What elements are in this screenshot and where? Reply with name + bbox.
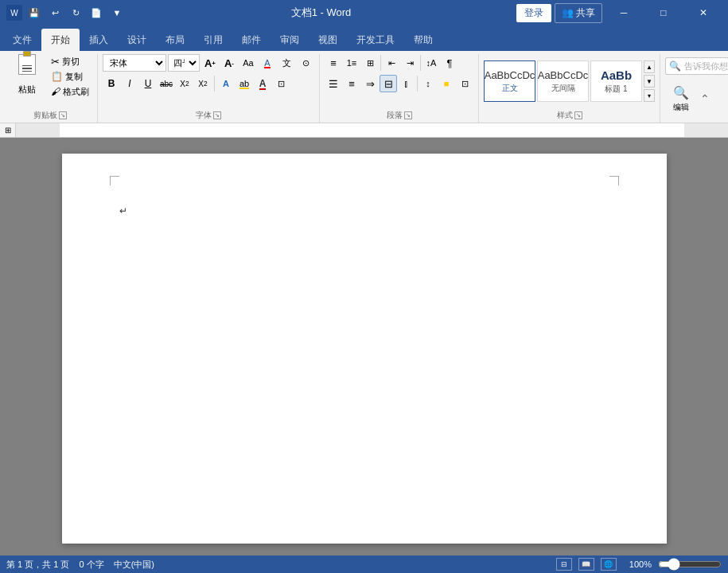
clipboard-expand-button[interactable]: ↘ (59, 111, 67, 119)
tab-insert[interactable]: 插入 (80, 29, 118, 51)
save-qat-button[interactable]: 💾 (25, 4, 43, 21)
font-size-select[interactable]: 四号 (168, 54, 200, 72)
para-row-1: ≡ 1≡ ⊞ ⇤ ⇥ ↕A ¶ (325, 54, 458, 72)
styles-expand-button[interactable]: ▾ (644, 89, 655, 102)
sort-button[interactable]: ↕A (422, 54, 440, 72)
align-left-button[interactable]: ☰ (325, 75, 342, 92)
multilevel-list-button[interactable]: ⊞ (361, 54, 379, 72)
bullet-list-button[interactable]: ≡ (325, 54, 342, 72)
print-layout-view-button[interactable]: ⊟ (556, 558, 572, 571)
undo-qat-button[interactable]: ↩ (46, 4, 64, 21)
tab-help[interactable]: 帮助 (404, 29, 442, 51)
font-grow-button[interactable]: A+ (201, 54, 219, 72)
tab-design[interactable]: 设计 (118, 29, 156, 51)
title-bar-center: 文档1 - Word (291, 6, 352, 20)
decrease-indent-button[interactable]: ⇤ (383, 54, 400, 72)
login-button[interactable]: 登录 (516, 4, 551, 22)
styles-scroll: ▲ ▼ ▾ (644, 60, 655, 102)
paste-button[interactable]: 粘贴 (8, 54, 46, 96)
subscript-button[interactable]: X2 (176, 75, 193, 92)
share-button[interactable]: 👥 共享 (555, 3, 602, 23)
line-spacing-button[interactable]: ↕ (419, 75, 437, 92)
style-normal[interactable]: AaBbCcDc 正文 (484, 60, 535, 102)
tab-review[interactable]: 审阅 (271, 29, 309, 51)
strikethrough-button[interactable]: abc (158, 75, 175, 92)
increase-indent-button[interactable]: ⇥ (401, 54, 419, 72)
font-group-label: 字体 ↘ (103, 110, 314, 121)
open-qat-button[interactable]: 📄 (88, 4, 105, 21)
zoom-slider[interactable] (658, 558, 722, 571)
char-border-button[interactable]: ⊡ (272, 75, 290, 92)
page-corner-tr (609, 176, 619, 185)
tab-layout[interactable]: 布局 (156, 29, 194, 51)
format-painter-button[interactable]: 🖌 格式刷 (48, 84, 92, 99)
redo-qat-button[interactable]: ↻ (67, 4, 84, 21)
para-border-button[interactable]: ⊡ (456, 75, 473, 92)
styles-scroll-up[interactable]: ▲ (644, 60, 655, 73)
ruler: ⊞ (0, 123, 728, 138)
ribbon-collapse-button[interactable]: ⌃ (700, 86, 710, 111)
cut-icon: ✂ (51, 56, 60, 68)
copy-button[interactable]: 📋 复制 (48, 69, 92, 84)
italic-button[interactable]: I (121, 75, 138, 92)
clear-format-button[interactable]: A (259, 54, 276, 72)
web-layout-button[interactable]: 🌐 (601, 558, 617, 571)
qat-more-button[interactable]: ▼ (108, 4, 126, 21)
styles-scroll-down[interactable]: ▼ (644, 75, 655, 88)
paragraph-expand-button[interactable]: ↘ (404, 111, 412, 119)
status-bar-left: 第 1 页，共 1 页 0 个字 中文(中国) (6, 559, 154, 571)
ruler-toggle[interactable]: ⊞ (0, 123, 16, 138)
show-hide-button[interactable]: ¶ (441, 54, 458, 72)
para-shading-button[interactable]: ■ (438, 75, 455, 92)
restore-button[interactable]: □ (645, 0, 682, 25)
tab-home[interactable]: 开始 (41, 29, 80, 51)
style-no-spacing[interactable]: AaBbCcDc 无间隔 (537, 60, 589, 102)
paste-icon (14, 54, 40, 82)
superscript-button[interactable]: X2 (194, 75, 212, 92)
styles-expand-dialog-button[interactable]: ↘ (574, 111, 582, 119)
para-row-2: ☰ ≡ ⇒ ⊟ ⫿ ↕ ■ ⊡ (325, 75, 473, 92)
pinyin-button[interactable]: 文 (278, 54, 295, 72)
font-expand-button[interactable]: ↘ (213, 111, 221, 119)
style-heading1[interactable]: AaBb 标题 1 (590, 60, 642, 102)
style-heading1-preview: AaBb (601, 68, 632, 82)
tab-view[interactable]: 视图 (309, 29, 347, 51)
numbered-list-button[interactable]: 1≡ (343, 54, 360, 72)
columns-button[interactable]: ⫿ (398, 75, 415, 92)
underline-button[interactable]: U (139, 75, 157, 92)
search-box[interactable]: 🔍 告诉我你想要做什么 (665, 57, 728, 75)
tab-references[interactable]: 引用 (194, 29, 232, 51)
document-area[interactable]: ↵ (0, 138, 728, 555)
cut-button[interactable]: ✂ 剪切 (48, 54, 92, 68)
font-color-button[interactable]: A (254, 75, 271, 92)
word-count: 0 个字 (79, 559, 103, 571)
clipboard-small-buttons: ✂ 剪切 📋 复制 🖌 格式刷 (48, 54, 92, 108)
change-case-button[interactable]: Aa (239, 54, 257, 72)
format-painter-icon: 🖌 (51, 86, 60, 97)
ribbon: 粘贴 ✂ 剪切 📋 复制 🖌 格式刷 (0, 51, 728, 123)
font-group: 宋体 四号 A+ A- Aa A 文 ⊙ B I (98, 54, 320, 123)
document-page[interactable]: ↵ (62, 154, 667, 544)
encircle-button[interactable]: ⊙ (297, 54, 314, 72)
editing-button[interactable]: 🔍 编辑 (665, 78, 697, 119)
highlight-color-button[interactable]: ab (236, 75, 253, 92)
text-effect-button[interactable]: A (217, 75, 235, 92)
tab-developer[interactable]: 开发工具 (347, 29, 404, 51)
read-mode-button[interactable]: 📖 (578, 558, 594, 571)
align-center-button[interactable]: ≡ (343, 75, 360, 92)
tab-file[interactable]: 文件 (3, 29, 41, 51)
paragraph-group-label: 段落 ↘ (325, 110, 473, 121)
font-shrink-button[interactable]: A- (220, 54, 238, 72)
minimize-button[interactable]: ─ (605, 0, 642, 25)
tab-mailings[interactable]: 邮件 (232, 29, 271, 51)
title-bar-left: W 💾 ↩ ↻ 📄 ▼ (6, 4, 126, 21)
justify-button[interactable]: ⊟ (380, 75, 397, 92)
title-bar: W 💾 ↩ ↻ 📄 ▼ 文档1 - Word 登录 👥 共享 ─ □ ✕ (0, 0, 728, 25)
editing-label: 编辑 (673, 102, 689, 113)
font-name-select[interactable]: 宋体 (103, 54, 166, 72)
align-right-button[interactable]: ⇒ (361, 75, 379, 92)
close-button[interactable]: ✕ (685, 0, 722, 25)
clipboard-group: 粘贴 ✂ 剪切 📋 复制 🖌 格式刷 (3, 54, 98, 123)
bold-button[interactable]: B (103, 75, 120, 92)
document-content[interactable]: ↵ (119, 201, 609, 440)
